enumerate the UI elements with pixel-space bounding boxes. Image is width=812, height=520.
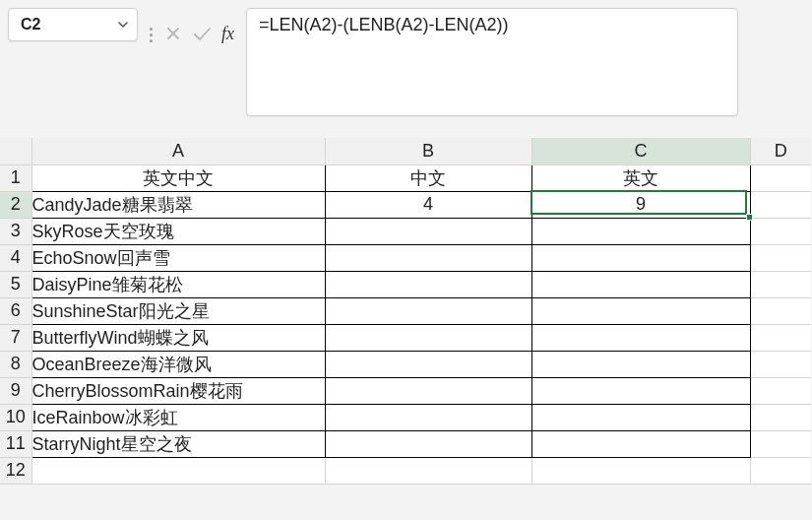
cell-a3[interactable]: SkyRose天空玫瑰 xyxy=(31,218,325,244)
cell-d8[interactable] xyxy=(750,351,811,377)
row-header[interactable]: 8 xyxy=(0,351,31,377)
cell-b7[interactable] xyxy=(325,324,531,351)
cell-a12[interactable] xyxy=(31,457,325,484)
cell-a9[interactable]: CherryBlossomRain樱花雨 xyxy=(31,377,325,404)
cell-d4[interactable] xyxy=(750,244,811,271)
cell-b11[interactable] xyxy=(325,430,531,457)
cell-b8[interactable] xyxy=(325,351,531,377)
cell-d11[interactable] xyxy=(750,430,811,457)
spreadsheet-grid[interactable]: A B C D 1 英文中文 中文 英文 2 CandyJade糖果翡翠 4 9… xyxy=(0,138,812,485)
cell-b3[interactable] xyxy=(325,218,531,244)
fx-icon[interactable]: fx xyxy=(221,24,234,44)
col-header-a[interactable]: A xyxy=(31,138,325,164)
col-header-b[interactable]: B xyxy=(325,138,531,164)
cell-c2[interactable]: 9 xyxy=(531,191,750,218)
fill-handle[interactable] xyxy=(746,214,753,221)
cell-a4[interactable]: EchoSnow回声雪 xyxy=(31,244,325,271)
formula-bar-text[interactable]: =LEN(A2)-(LENB(A2)-LEN(A2)) xyxy=(259,15,725,35)
cell-c8[interactable] xyxy=(531,351,750,377)
cancel-formula-icon[interactable] xyxy=(164,25,182,42)
cell-d9[interactable] xyxy=(750,377,811,404)
row-header[interactable]: 6 xyxy=(0,297,31,324)
cell-d2[interactable] xyxy=(750,191,811,218)
cell-b1[interactable]: 中文 xyxy=(325,164,531,191)
row-header[interactable]: 3 xyxy=(0,218,31,244)
cell-a5[interactable]: DaisyPine雏菊花松 xyxy=(31,271,325,297)
cell-a11[interactable]: StarryNight星空之夜 xyxy=(31,430,325,457)
row-header[interactable]: 9 xyxy=(0,377,31,404)
cell-c1[interactable]: 英文 xyxy=(531,164,750,191)
row-header[interactable]: 4 xyxy=(0,244,31,271)
cell-a2[interactable]: CandyJade糖果翡翠 xyxy=(31,191,325,218)
name-box[interactable] xyxy=(8,8,138,41)
cell-d1[interactable] xyxy=(750,164,811,191)
cell-a7[interactable]: ButterflyWind蝴蝶之风 xyxy=(31,324,325,351)
cell-c5[interactable] xyxy=(531,271,750,297)
cell-b9[interactable] xyxy=(325,377,531,404)
cell-d12[interactable] xyxy=(750,457,811,484)
chevron-down-icon[interactable] xyxy=(117,19,129,31)
cell-a10[interactable]: IceRainbow冰彩虹 xyxy=(31,404,325,430)
cell-d5[interactable] xyxy=(750,271,811,297)
row-header[interactable]: 10 xyxy=(0,404,31,430)
cell-c11[interactable] xyxy=(531,430,750,457)
cell-d7[interactable] xyxy=(750,324,811,351)
cell-a6[interactable]: SunshineStar阳光之星 xyxy=(31,297,325,324)
name-box-input[interactable] xyxy=(19,15,88,34)
cell-c3[interactable] xyxy=(531,218,750,244)
cell-b2[interactable]: 4 xyxy=(325,191,531,218)
formula-bar[interactable]: =LEN(A2)-(LENB(A2)-LEN(A2)) xyxy=(246,8,738,116)
cell-d6[interactable] xyxy=(750,297,811,324)
cell-a1[interactable]: 英文中文 xyxy=(31,164,325,191)
cell-b10[interactable] xyxy=(325,404,531,430)
row-header[interactable]: 12 xyxy=(0,457,31,484)
confirm-formula-icon[interactable] xyxy=(192,25,212,42)
select-all-corner[interactable] xyxy=(0,138,31,164)
cell-b5[interactable] xyxy=(325,271,531,297)
separator-dots xyxy=(150,8,153,55)
cell-c12[interactable] xyxy=(531,457,750,484)
row-header[interactable]: 11 xyxy=(0,430,31,457)
cell-b4[interactable] xyxy=(325,244,531,271)
cell-c7[interactable] xyxy=(531,324,750,351)
cell-b6[interactable] xyxy=(325,297,531,324)
row-header[interactable]: 7 xyxy=(0,324,31,351)
cell-c4[interactable] xyxy=(531,244,750,271)
col-header-c[interactable]: C xyxy=(531,138,750,164)
cell-d3[interactable] xyxy=(750,218,811,244)
col-header-d[interactable]: D xyxy=(750,138,811,164)
row-header[interactable]: 1 xyxy=(0,164,31,191)
cell-a8[interactable]: OceanBreeze海洋微风 xyxy=(31,351,325,377)
cell-c6[interactable] xyxy=(531,297,750,324)
cell-b12[interactable] xyxy=(325,457,531,484)
row-header[interactable]: 5 xyxy=(0,271,31,297)
cell-c10[interactable] xyxy=(531,404,750,430)
row-header[interactable]: 2 xyxy=(0,191,31,218)
cell-c9[interactable] xyxy=(531,377,750,404)
cell-d10[interactable] xyxy=(750,404,811,430)
